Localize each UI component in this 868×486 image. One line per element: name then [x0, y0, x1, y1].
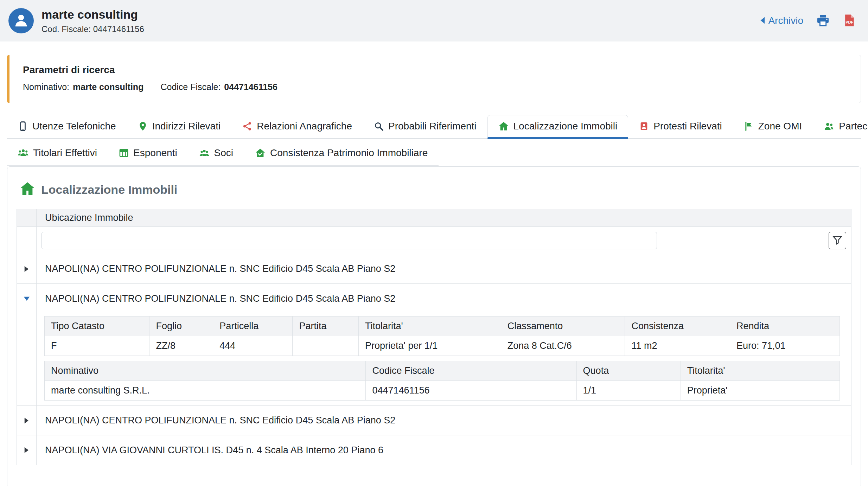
codice-fiscale-label: Codice Fiscale:	[160, 82, 221, 92]
search-params-values: Nominativo: marte consulting Codice Fisc…	[23, 82, 847, 92]
tab-titolari-effettivi[interactable]: Titolari Effettivi	[7, 142, 108, 166]
property-detail-wrap: Tipo Catasto Foglio Particella Partita T…	[17, 313, 851, 405]
column-header: Titolarita'	[359, 316, 501, 336]
property-row[interactable]: NAPOLI(NA) CENTRO POLIFUNZIONALE n. SNC …	[17, 284, 851, 313]
column-header: Partita	[293, 316, 359, 336]
tab-probabili-riferimenti[interactable]: Probabili Riferimenti	[363, 115, 487, 139]
tab-localizzazione-immobili[interactable]: Localizzazione Immobili	[487, 115, 628, 139]
tab-indirizzi-rilevati[interactable]: Indirizzi Rilevati	[127, 115, 232, 139]
expand-cell	[17, 254, 37, 283]
immobili-table: Ubicazione Immobile NAPOLI(NA) CENTR	[17, 209, 851, 465]
property-address: NAPOLI(NA) VIA GIOVANNI CURTOLI IS. D45 …	[37, 435, 851, 465]
funnel-icon	[832, 235, 843, 246]
phone-icon	[18, 121, 28, 131]
house-icon	[19, 181, 36, 198]
tab-label: Soci	[214, 147, 233, 159]
section-title-text: Localizzazione Immobili	[41, 183, 177, 197]
header-bar: marte consulting Cod. Fiscale: 044714611…	[0, 0, 868, 41]
house-icon	[498, 121, 509, 132]
codice-fiscale-value: 04471461156	[224, 82, 277, 92]
export-pdf-button[interactable]: PDF	[843, 14, 856, 28]
tab-label: Partecipazioni	[839, 121, 868, 132]
property-address: NAPOLI(NA) CENTRO POLIFUNZIONALE n. SNC …	[37, 284, 851, 313]
nominativo-value: marte consulting	[73, 82, 143, 92]
table-row: F ZZ/8 444 Proprieta' per 1/1 Zona 8 Cat…	[45, 336, 840, 356]
column-header: Tipo Catasto	[45, 316, 149, 336]
tab-label: Esponenti	[133, 147, 177, 159]
svg-text:PDF: PDF	[845, 20, 853, 24]
column-header: Particella	[213, 316, 293, 336]
table-row: marte consulting S.R.L. 04471461156 1/1 …	[45, 381, 840, 401]
tab-utenze-telefoniche[interactable]: Utenze Telefoniche	[7, 115, 127, 139]
expand-caret-icon[interactable]	[24, 266, 29, 272]
tab-label: Probabili Riferimenti	[388, 121, 477, 132]
magnifier-icon	[374, 121, 384, 131]
cell-foglio: ZZ/8	[149, 336, 213, 356]
person-icon	[13, 12, 29, 30]
tab-partecipazioni[interactable]: Partecipazioni	[813, 115, 868, 139]
tab-label: Localizzazione Immobili	[513, 121, 618, 132]
column-header: Titolarita'	[681, 361, 840, 381]
cell-rendita: Euro: 71,01	[730, 336, 840, 356]
tab-esponenti[interactable]: Esponenti	[108, 142, 188, 166]
share-nodes-icon	[242, 121, 252, 131]
tab-label: Indirizzi Rilevati	[152, 121, 221, 132]
expand-cell	[17, 406, 37, 435]
expand-column-header	[17, 209, 37, 226]
expand-column-filter	[17, 227, 37, 254]
people-icon	[824, 121, 834, 132]
cell-titolarita: Proprieta' per 1/1	[359, 336, 501, 356]
intestatari-header-row: Nominativo Codice Fiscale Quota Titolari…	[45, 361, 840, 381]
back-arrow-icon	[760, 15, 765, 26]
house-check-icon	[255, 148, 266, 158]
expand-column-spacer	[17, 313, 37, 405]
ubicazione-filter-input[interactable]	[42, 232, 657, 249]
tab-label: Utenze Telefoniche	[32, 121, 116, 132]
tab-label: Zone OMI	[758, 121, 802, 132]
expand-caret-icon[interactable]	[24, 447, 29, 453]
avatar	[8, 8, 34, 33]
expand-caret-icon[interactable]	[24, 417, 29, 424]
column-header: Nominativo	[45, 361, 366, 381]
column-header: Codice Fiscale	[366, 361, 576, 381]
search-params-card: Parametri di ricerca Nominativo: marte c…	[7, 55, 861, 103]
cell-titolarita: Proprieta'	[681, 381, 840, 401]
collapse-caret-icon[interactable]	[24, 296, 30, 301]
property-row[interactable]: NAPOLI(NA) VIA GIOVANNI CURTOLI IS. D45 …	[17, 435, 851, 465]
filter-cell	[37, 227, 851, 254]
tab-zone-omi[interactable]: Zone OMI	[733, 115, 813, 139]
column-header: Consistenza	[625, 316, 730, 336]
printer-icon	[816, 13, 830, 28]
cell-tipo-catasto: F	[45, 336, 149, 356]
column-header: Foglio	[149, 316, 213, 336]
archivio-link[interactable]: Archivio	[760, 15, 803, 26]
expand-cell	[17, 435, 37, 465]
property-row[interactable]: NAPOLI(NA) CENTRO POLIFUNZIONALE n. SNC …	[17, 254, 851, 284]
header-actions: Archivio PDF	[760, 13, 856, 28]
tab-label: Protesti Rilevati	[653, 121, 722, 132]
column-header: Classamento	[501, 316, 625, 336]
tab-consistenza-patrimonio-immobiliare[interactable]: Consistenza Patrimonio Immobiliare	[244, 142, 439, 166]
property-address: NAPOLI(NA) CENTRO POLIFUNZIONALE n. SNC …	[37, 254, 851, 283]
table-header-row: Ubicazione Immobile	[17, 209, 851, 227]
property-row[interactable]: NAPOLI(NA) CENTRO POLIFUNZIONALE n. SNC …	[17, 406, 851, 435]
protest-badge-icon	[639, 121, 649, 131]
print-button[interactable]	[816, 13, 830, 28]
tab-label: Relazioni Anagrafiche	[257, 121, 352, 132]
cell-particella: 444	[213, 336, 293, 356]
nominativo-label: Nominativo:	[23, 82, 69, 92]
flag-icon	[744, 121, 754, 131]
column-header: Rendita	[730, 316, 840, 336]
catasto-header-row: Tipo Catasto Foglio Particella Partita T…	[45, 316, 840, 336]
property-detail: Tipo Catasto Foglio Particella Partita T…	[37, 313, 851, 405]
map-pin-icon	[138, 121, 148, 131]
catasto-table: Tipo Catasto Foglio Particella Partita T…	[44, 316, 840, 356]
property-address: NAPOLI(NA) CENTRO POLIFUNZIONALE n. SNC …	[37, 406, 851, 435]
tab-protesti-rilevati[interactable]: Protesti Rilevati	[628, 115, 733, 139]
localizzazione-immobili-panel: Localizzazione Immobili Ubicazione Immob…	[7, 166, 861, 486]
header-left: marte consulting Cod. Fiscale: 044714611…	[8, 8, 144, 34]
tabs-row-1: Utenze Telefoniche Indirizzi Rilevati Re…	[7, 115, 861, 139]
tab-relazioni-anagrafiche[interactable]: Relazioni Anagrafiche	[231, 115, 363, 139]
tab-soci[interactable]: Soci	[188, 142, 244, 166]
filter-button[interactable]	[829, 232, 846, 249]
